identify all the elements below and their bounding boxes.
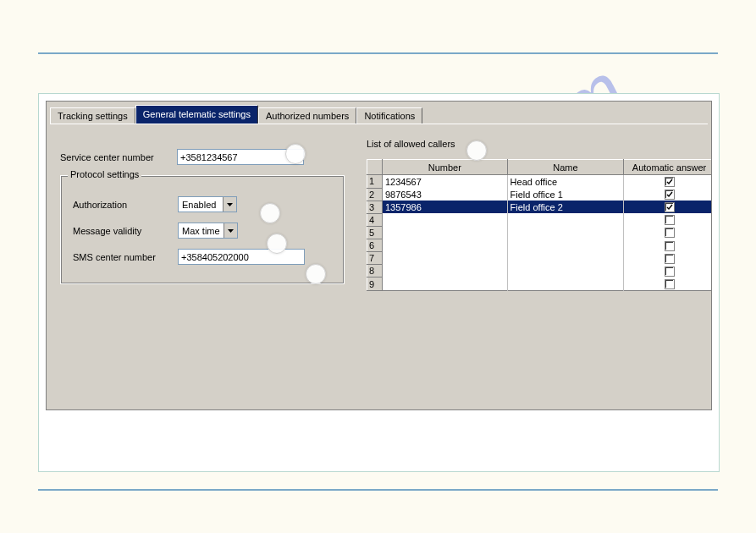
- sms-center-label: SMS center number: [73, 252, 178, 262]
- cell-auto[interactable]: [624, 175, 712, 189]
- table-row[interactable]: 9: [367, 277, 713, 291]
- table-row[interactable]: 7: [367, 252, 713, 265]
- callout-marker: [285, 144, 306, 164]
- row-index: 4: [367, 213, 383, 226]
- row-index: 1: [367, 175, 383, 189]
- table-row[interactable]: 29876543Field office 1: [367, 188, 713, 201]
- allowed-callers-label: List of allowed callers: [367, 139, 704, 149]
- checkbox-icon[interactable]: [665, 190, 675, 200]
- table-row[interactable]: 11234567Head office: [367, 175, 713, 189]
- row-index: 5: [367, 226, 383, 239]
- cell-number[interactable]: [382, 226, 507, 239]
- checkbox-icon[interactable]: [665, 279, 675, 289]
- cell-number[interactable]: 9876543: [382, 188, 507, 201]
- cell-number[interactable]: [382, 213, 507, 226]
- callout-marker: [306, 264, 326, 284]
- row-index: 3: [367, 201, 383, 213]
- callout-marker: [267, 234, 287, 254]
- screenshot-frame: Tracking settings General telematic sett…: [38, 93, 720, 472]
- cell-name[interactable]: [507, 213, 624, 226]
- table-row[interactable]: 6: [367, 239, 713, 251]
- cell-name[interactable]: [507, 265, 624, 277]
- checkbox-icon[interactable]: [665, 266, 675, 277]
- authorization-select[interactable]: Enabled: [178, 196, 237, 212]
- divider-bottom: [38, 489, 718, 491]
- callout-marker: [466, 140, 487, 161]
- message-validity-value: Max time: [179, 225, 223, 237]
- checkbox-icon[interactable]: [665, 241, 675, 251]
- service-center-label: Service center number: [60, 152, 177, 162]
- allowed-callers-table: Number Name Automatic answer 11234567Hea…: [367, 159, 712, 291]
- cell-number[interactable]: 1234567: [382, 175, 507, 189]
- cell-auto[interactable]: [624, 188, 712, 201]
- tab-notifications[interactable]: Notifications: [356, 107, 422, 124]
- svg-marker-1: [228, 229, 234, 233]
- table-row[interactable]: 8: [367, 265, 713, 277]
- cell-name[interactable]: [507, 239, 624, 251]
- tab-tracking[interactable]: Tracking settings: [50, 107, 135, 124]
- tab-page-general: Service center number Protocol settings …: [47, 124, 711, 409]
- authorization-label: Authorization: [73, 200, 178, 210]
- row-index: 2: [367, 188, 383, 201]
- col-number[interactable]: Number: [382, 160, 507, 175]
- message-validity-label: Message validity: [73, 226, 178, 236]
- col-name[interactable]: Name: [507, 160, 624, 175]
- tab-general[interactable]: General telematic settings: [135, 105, 258, 124]
- checkbox-icon[interactable]: [665, 228, 675, 238]
- col-rownum: [367, 160, 383, 175]
- cell-name[interactable]: Field office 2: [507, 201, 624, 213]
- cell-name[interactable]: Head office: [507, 175, 624, 189]
- cell-number[interactable]: [382, 239, 507, 251]
- checkbox-icon[interactable]: [665, 202, 675, 212]
- cell-number[interactable]: [382, 265, 507, 277]
- settings-dialog: Tracking settings General telematic sett…: [46, 101, 712, 410]
- cell-auto[interactable]: [624, 265, 712, 277]
- tab-strip: Tracking settings General telematic sett…: [47, 102, 711, 124]
- cell-name[interactable]: [507, 277, 624, 291]
- cell-auto[interactable]: [624, 226, 712, 239]
- checkbox-icon[interactable]: [665, 177, 675, 187]
- row-index: 7: [367, 252, 383, 265]
- cell-name[interactable]: [507, 226, 624, 239]
- sms-center-input[interactable]: [178, 249, 305, 265]
- message-validity-select[interactable]: Max time: [178, 223, 238, 239]
- cell-auto[interactable]: [624, 213, 712, 226]
- table-row[interactable]: 31357986Field office 2: [367, 201, 713, 213]
- table-row[interactable]: 5: [367, 226, 713, 239]
- cell-auto[interactable]: [624, 239, 712, 251]
- chevron-down-icon: [223, 223, 237, 238]
- callout-marker: [260, 203, 280, 223]
- protocol-legend: Protocol settings: [68, 169, 141, 179]
- cell-number[interactable]: 1357986: [382, 201, 507, 213]
- chevron-down-icon: [223, 197, 236, 212]
- cell-auto[interactable]: [624, 252, 712, 265]
- checkbox-icon[interactable]: [665, 254, 675, 264]
- svg-marker-0: [227, 203, 233, 206]
- cell-name[interactable]: [507, 252, 624, 265]
- cell-number[interactable]: [382, 277, 507, 291]
- table-row[interactable]: 4: [367, 213, 713, 226]
- row-index: 6: [367, 239, 383, 251]
- protocol-settings-group: Protocol settings Authorization Enabled …: [60, 175, 345, 284]
- col-auto[interactable]: Automatic answer: [624, 160, 712, 175]
- divider-top: [38, 52, 718, 54]
- authorization-value: Enabled: [179, 199, 223, 211]
- row-index: 8: [367, 265, 383, 277]
- row-index: 9: [367, 277, 383, 291]
- cell-auto[interactable]: [624, 201, 712, 213]
- cell-name[interactable]: Field office 1: [507, 188, 624, 201]
- tab-authorized[interactable]: Authorized numbers: [258, 107, 356, 124]
- cell-number[interactable]: [382, 252, 507, 265]
- cell-auto[interactable]: [624, 277, 712, 291]
- checkbox-icon[interactable]: [665, 215, 675, 225]
